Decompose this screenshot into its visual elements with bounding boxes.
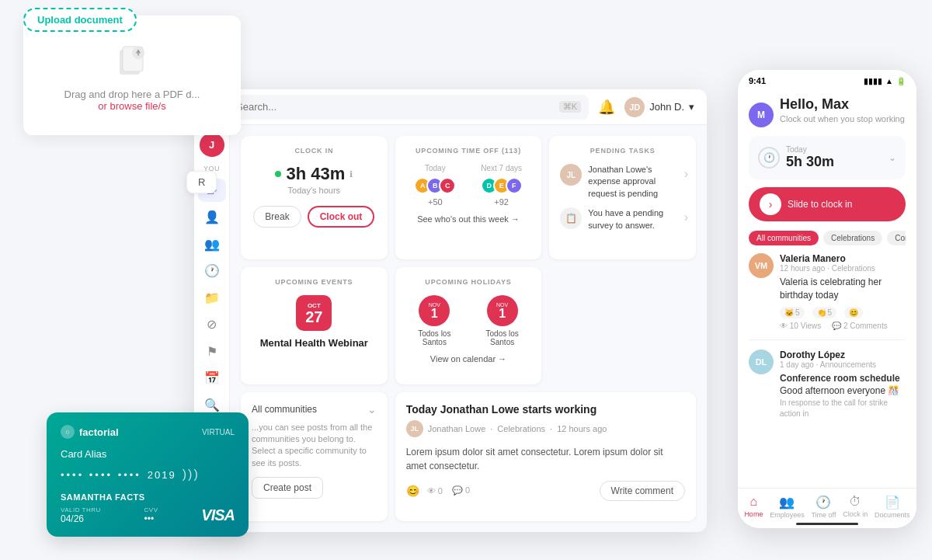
card-number: •••• •••• •••• 2019 ))) xyxy=(61,468,235,482)
post-meta-sep-2: · xyxy=(550,424,552,433)
upload-description: Drag and drop here a PDF d... or browse … xyxy=(39,89,225,112)
flag-icon: ⚑ xyxy=(207,344,217,359)
search-input[interactable] xyxy=(236,101,553,113)
folder-icon: 📁 xyxy=(204,290,220,305)
sidebar-item-people[interactable]: 👤 xyxy=(198,205,226,229)
post-stats: 👁 0 💬 0 xyxy=(427,485,470,496)
event-name: Mental Health Webinar xyxy=(252,337,377,349)
card-header: ○ factorial VIRTUAL xyxy=(61,425,235,439)
search-sidebar-icon: 🔍 xyxy=(204,398,220,412)
pending-tasks-widget: PENDING TASKS JL Jonathan Lowe's expense… xyxy=(549,136,696,259)
user-chip[interactable]: JD John D. ▾ xyxy=(624,97,694,117)
task-text-1: Jonathan Lowe's expense approval request… xyxy=(588,164,685,200)
holiday-name-1: Todos los Santos xyxy=(406,329,463,346)
cvv-label: CVV xyxy=(144,506,158,513)
calendar-icon: 📅 xyxy=(204,370,220,385)
phone-post-2: DL Dorothy López 1 day ago · Announcemen… xyxy=(749,350,906,430)
reaction-3[interactable]: 😊 xyxy=(844,307,863,318)
browse-files-link[interactable]: or browse file/s xyxy=(98,100,165,112)
post-reaction-icon[interactable]: 😊 xyxy=(406,485,419,497)
community-description: ...you can see posts from all the commun… xyxy=(252,422,377,470)
search-kbd: ⌘K xyxy=(559,101,581,113)
phone-post-content-1: Valeria Manero 12 hours ago · Celebratio… xyxy=(780,253,906,330)
sidebar-item-flag[interactable]: ⚑ xyxy=(198,339,226,363)
phone-nav-timeoff[interactable]: 🕐 Time off xyxy=(811,495,836,519)
clock-out-button[interactable]: Clock out xyxy=(308,206,375,228)
write-comment-button[interactable]: Write comment xyxy=(600,481,685,501)
next7-avatars: D E F xyxy=(472,177,530,194)
create-post-button[interactable]: Create post xyxy=(252,477,323,499)
phone-subtext: Clock out when you stop working xyxy=(780,114,905,123)
today-col-label: Today xyxy=(406,164,464,172)
phone-hello: Hello, Max xyxy=(780,96,905,113)
clock-actions: Break Clock out xyxy=(252,206,377,228)
task-text-2: You have a pending survey to answer. xyxy=(588,207,685,231)
phone-timeoff-icon: 🕐 xyxy=(816,495,831,510)
phone-battery-icon: 🔋 xyxy=(896,77,906,85)
view-calendar-link[interactable]: View on calendar → xyxy=(406,354,531,363)
clock-active-dot xyxy=(275,171,281,177)
phone-community-tabs: All communities Celebrations Company ann… xyxy=(749,231,906,245)
phone-tab-all[interactable]: All communities xyxy=(749,231,819,245)
nfc-icon: ))) xyxy=(183,468,200,482)
goals-icon: ⊘ xyxy=(207,317,217,332)
phone-clock-icon: 🕐 xyxy=(758,147,780,169)
sidebar-item-time[interactable]: 🕐 xyxy=(198,259,226,283)
phone-post-content-2: Dorothy López 1 day ago · Announcements … xyxy=(780,350,906,420)
expiry-label: VALID THRU xyxy=(61,506,101,513)
holiday-badge-2: NOV 1 xyxy=(487,295,518,326)
upload-icon xyxy=(39,39,225,79)
task-item-1: JL Jonathan Lowe's expense approval requ… xyxy=(560,164,685,200)
holiday-name-2: Todos los Santos xyxy=(474,329,530,346)
search-bar[interactable]: 🔍 ⌘K xyxy=(207,95,589,120)
chevron-down-icon: ▾ xyxy=(689,101,694,113)
clock-in-widget: CLOCK IN 3h 43m ℹ Today's hours Break Cl… xyxy=(241,136,388,259)
reaction-2[interactable]: 👏 5 xyxy=(812,307,837,318)
sidebar-item-calendar[interactable]: 📅 xyxy=(198,367,226,391)
phone-slide-button[interactable]: › Slide to clock in xyxy=(749,187,906,221)
reaction-1[interactable]: 🐱 5 xyxy=(780,307,805,318)
holiday-day-1: 1 xyxy=(431,308,438,320)
r-button[interactable]: R xyxy=(186,171,217,193)
card-cvv: CVV ••• xyxy=(144,506,158,524)
phone-nav-documents[interactable]: 📄 Documents xyxy=(875,495,910,519)
sidebar-item-goals[interactable]: ⊘ xyxy=(198,312,226,336)
phone-post-stats-1: 👁 10 Views 💬 2 Comments xyxy=(780,322,906,330)
clock-in-title: CLOCK IN xyxy=(252,147,377,155)
card-footer: VALID THRU 04/26 CVV ••• VISA xyxy=(61,506,235,524)
post-actions: 😊 👁 0 💬 0 Write comment xyxy=(406,481,685,501)
cvv-value: ••• xyxy=(144,513,158,524)
phone-nav-clockin[interactable]: ⏱ Clock in xyxy=(843,495,868,519)
sidebar-user-avatar: J xyxy=(200,133,224,157)
next7-count: +92 xyxy=(472,197,530,207)
community-label: All communities xyxy=(252,404,317,415)
upload-document-button[interactable]: Upload document xyxy=(23,8,137,32)
events-title: UPCOMING EVENTS xyxy=(252,278,377,286)
main-app-window: 🔍 ⌘K 🔔 JD John D. ▾ J YOU ⌂ › 👤 👥 🕐 xyxy=(194,89,707,532)
time-off-today-col: Today A B C +50 xyxy=(406,164,464,207)
post-time: 12 hours ago xyxy=(557,424,607,433)
post-author-name: Jonathan Lowe xyxy=(428,424,486,433)
card-dots: •••• •••• •••• xyxy=(61,469,141,481)
task-survey-icon: 📋 xyxy=(560,207,582,229)
slide-arrow-icon: › xyxy=(760,193,781,215)
card-expiry: VALID THRU 04/26 xyxy=(61,506,101,524)
phone-tab-company[interactable]: Company anno... xyxy=(887,231,906,245)
phone-nav-home[interactable]: ⌂ Home xyxy=(744,495,763,519)
phone-post-body-2: Good afternoon everyone 🎊 xyxy=(780,384,906,398)
clock-hours: 3h 43m xyxy=(286,164,345,184)
task-arrow-1: › xyxy=(684,167,688,181)
task-avatar-1: JL xyxy=(560,164,582,186)
phone-post-author-1: Valeria Manero xyxy=(780,253,846,264)
bell-icon[interactable]: 🔔 xyxy=(598,99,615,116)
break-button[interactable]: Break xyxy=(253,206,301,228)
see-whos-out-link[interactable]: See who's out this week → xyxy=(406,214,531,224)
phone-post-reactions-1: 🐱 5 👏 5 😊 xyxy=(780,307,906,318)
phone-tab-celebrations[interactable]: Celebrations xyxy=(823,231,882,245)
card-last4: 2019 xyxy=(148,469,176,481)
phone-nav-employees[interactable]: 👥 Employees xyxy=(770,495,805,519)
sidebar-item-org[interactable]: 👥 xyxy=(198,232,226,256)
sidebar-item-docs[interactable]: 📁 xyxy=(198,286,226,310)
org-icon: 👥 xyxy=(204,237,220,252)
community-selector[interactable]: All communities ⌄ xyxy=(252,403,377,416)
